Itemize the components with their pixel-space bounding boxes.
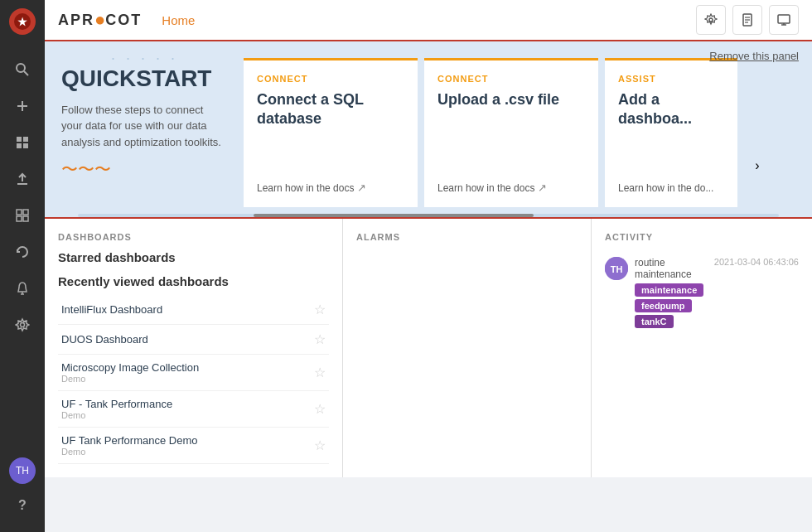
star-icon-3[interactable]: ☆	[314, 365, 326, 380]
quickstart-card-2: CONNECT Upload a .csv file Learn how in …	[424, 58, 598, 207]
card-2-title: Upload a .csv file	[437, 90, 585, 168]
svg-text:★: ★	[17, 16, 27, 28]
card-3-link[interactable]: Learn how in the do...	[618, 182, 724, 194]
activity-tags-1: maintenance feedpump tankC	[635, 283, 708, 328]
svg-point-19	[709, 18, 713, 22]
quickstart-cards: CONNECT Connect a SQL database Learn how…	[244, 58, 795, 207]
header-actions	[696, 5, 799, 35]
activity-item-1: TH routine maintenance maintenance feedp…	[605, 250, 799, 335]
bell-nav-icon[interactable]	[7, 273, 37, 303]
svg-rect-15	[23, 216, 28, 221]
svg-point-18	[21, 323, 25, 327]
dashboards-panel-title: DASHBOARDS	[58, 232, 329, 242]
add-nav-icon[interactable]	[7, 91, 37, 121]
settings-nav-icon[interactable]	[7, 310, 37, 340]
svg-rect-6	[17, 137, 22, 142]
activity-avatar-1: TH	[605, 257, 628, 280]
dashboard-name-1: IntelliFlux Dashboard	[61, 303, 314, 316]
card-3-type: ASSIST	[618, 74, 724, 84]
svg-rect-8	[17, 143, 22, 148]
star-icon-2[interactable]: ☆	[314, 331, 326, 347]
dashboard-name-4: UF - Tank Performance	[61, 398, 314, 410]
sidebar: ★ TH ?	[0, 0, 45, 532]
alarms-panel: ALARMS	[343, 219, 592, 477]
cards-next-button[interactable]: ›	[744, 152, 771, 179]
star-icon-4[interactable]: ☆	[314, 401, 326, 417]
dashboard-item-duos[interactable]: DUOS Dashboard ☆	[58, 325, 329, 355]
dashboards-panel: DASHBOARDS Starred dashboards Recently v…	[45, 219, 343, 477]
quickstart-wave: 〜〜〜	[61, 158, 227, 181]
activity-panel-title: ACTIVITY	[605, 232, 799, 242]
decorative-dots: · · · · ·	[111, 50, 178, 67]
page-content: Remove this panel · · · · · QUICKSTART F…	[45, 41, 812, 532]
dashboard-item-microscopy[interactable]: Microscopy Image Collection Demo ☆	[58, 355, 329, 391]
star-icon-5[interactable]: ☆	[314, 438, 326, 453]
tag-tankc: tankC	[635, 315, 674, 328]
dashboard-tag-5: Demo	[61, 447, 314, 457]
user-avatar[interactable]: TH	[9, 457, 36, 484]
tiles-nav-icon[interactable]	[7, 201, 37, 230]
svg-line-3	[24, 71, 28, 75]
card-2-type: CONNECT	[437, 74, 585, 84]
starred-dashboards-label: Starred dashboards	[58, 250, 329, 264]
alarms-panel-title: ALARMS	[356, 232, 578, 242]
quickstart-desc: Follow these steps to connect your data …	[61, 102, 227, 151]
cards-scrollbar	[78, 214, 779, 217]
sidebar-logo[interactable]: ★	[9, 8, 36, 35]
logo: APR ● COT	[58, 9, 142, 31]
main-content: APR ● COT Home Remove this panel · · · ·…	[45, 0, 812, 532]
gear-header-button[interactable]	[696, 5, 726, 35]
quickstart-card-1: CONNECT Connect a SQL database Learn how…	[244, 58, 418, 207]
card-3-title: Add a dashboa...	[618, 90, 724, 169]
home-nav-item[interactable]: Home	[162, 13, 195, 27]
dashboard-name-3: Microscopy Image Collection	[61, 361, 314, 374]
dashboard-item-uf-tank-perf[interactable]: UF Tank Performance Demo Demo ☆	[58, 428, 329, 464]
help-icon[interactable]: ?	[7, 491, 37, 520]
quickstart-title: QUICKSTART	[61, 66, 227, 92]
recent-dashboards-label: Recently viewed dashboards	[58, 274, 329, 288]
card-1-type: CONNECT	[257, 74, 404, 84]
tag-maintenance: maintenance	[635, 283, 703, 297]
svg-point-2	[17, 64, 25, 72]
dashboard-name-2: DUOS Dashboard	[61, 333, 314, 346]
external-link-icon-1: ↗	[357, 181, 366, 194]
dashboard-item-intelliflux[interactable]: IntelliFlux Dashboard ☆	[58, 295, 329, 325]
svg-rect-13	[23, 210, 28, 215]
svg-rect-12	[17, 210, 22, 215]
activity-details-1: routine maintenance maintenance feedpump…	[635, 257, 708, 328]
dashboard-name-5: UF Tank Performance Demo	[61, 434, 314, 447]
logo-text: APR	[58, 12, 94, 29]
svg-text:TH: TH	[611, 264, 623, 274]
remove-panel-button[interactable]: Remove this panel	[709, 50, 799, 62]
card-2-link[interactable]: Learn how in the docs ↗	[437, 181, 585, 194]
logo-circle-icon: ●	[94, 9, 105, 31]
dashboard-tag-4: Demo	[61, 410, 314, 420]
svg-rect-14	[17, 216, 22, 221]
grid-nav-icon[interactable]	[7, 128, 37, 157]
activity-text-1: routine maintenance	[635, 257, 708, 280]
quickstart-description: QUICKSTART Follow these steps to connect…	[61, 58, 244, 197]
card-1-link[interactable]: Learn how in the docs ↗	[257, 181, 404, 194]
star-icon-1[interactable]: ☆	[314, 302, 326, 317]
quickstart-card-3: ASSIST Add a dashboa... Learn how in the…	[605, 58, 737, 207]
dashboard-item-uf-tank[interactable]: UF - Tank Performance Demo ☆	[58, 391, 329, 428]
search-nav-icon[interactable]	[7, 55, 37, 85]
tag-feedpump: feedpump	[635, 299, 692, 312]
card-1-title: Connect a SQL database	[257, 90, 404, 168]
dashboard-tag-3: Demo	[61, 374, 314, 384]
svg-rect-7	[23, 137, 28, 142]
refresh-nav-icon[interactable]	[7, 237, 37, 267]
monitor-header-button[interactable]	[769, 5, 799, 35]
app-header: APR ● COT Home	[45, 0, 812, 41]
cards-scrollbar-thumb	[254, 214, 534, 217]
doc-header-button[interactable]	[732, 5, 762, 35]
activity-panel: ACTIVITY TH routine maintenance maintena…	[592, 219, 812, 477]
bottom-section: DASHBOARDS Starred dashboards Recently v…	[45, 217, 812, 477]
main-nav: Home	[162, 13, 696, 27]
svg-rect-9	[23, 143, 28, 148]
svg-rect-24	[778, 15, 790, 23]
upload-nav-icon[interactable]	[7, 164, 37, 194]
external-link-icon-2: ↗	[538, 181, 547, 194]
recent-dashboards-label-wrapper: Recently viewed dashboards	[58, 274, 329, 288]
quickstart-panel: Remove this panel · · · · · QUICKSTART F…	[45, 41, 812, 217]
